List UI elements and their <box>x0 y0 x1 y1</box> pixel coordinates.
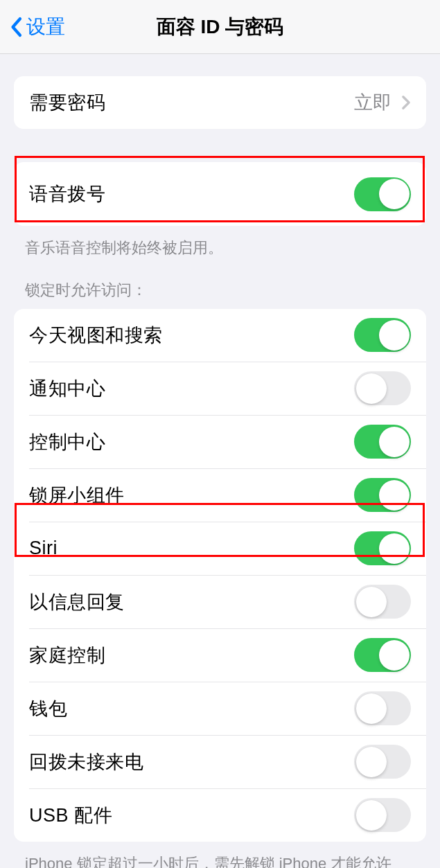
row-label: 锁屏小组件 <box>29 483 125 508</box>
row-label: 控制中心 <box>29 429 105 454</box>
toggle-voice-dial[interactable] <box>354 177 411 211</box>
row-label: 语音拨号 <box>29 181 105 206</box>
navigation-bar: 设置 面容 ID 与密码 <box>0 0 440 54</box>
row-home-control: 家庭控制 <box>14 629 426 682</box>
row-label: 通知中心 <box>29 376 105 401</box>
row-label: 需要密码 <box>29 90 105 115</box>
group-voice-dial: 语音拨号 <box>14 162 426 226</box>
row-label: Siri <box>29 538 58 559</box>
footer-usb: iPhone 锁定超过一小时后，需先解锁 iPhone 才能允许 USB 配件连… <box>25 853 415 868</box>
group-lock-access: 今天视图和搜索 通知中心 控制中心 锁屏小组件 Siri 以信息回复 <box>14 309 426 842</box>
row-siri: Siri <box>14 522 426 575</box>
row-right: 立即 <box>354 90 411 115</box>
row-label: USB 配件 <box>29 803 112 828</box>
toggle-wallet[interactable] <box>354 691 411 725</box>
row-label: 以信息回复 <box>29 590 125 614</box>
toggle-lock-widgets[interactable] <box>354 478 411 512</box>
back-label: 设置 <box>26 14 65 40</box>
page-title: 面容 ID 与密码 <box>157 14 284 40</box>
row-label: 家庭控制 <box>29 643 105 668</box>
toggle-control-center[interactable] <box>354 425 411 459</box>
back-button[interactable]: 设置 <box>8 14 65 40</box>
toggle-return-missed[interactable] <box>354 745 411 779</box>
row-value: 立即 <box>354 90 391 115</box>
row-label: 今天视图和搜索 <box>29 323 163 348</box>
chevron-right-icon <box>401 95 411 110</box>
row-reply-message: 以信息回复 <box>14 576 426 628</box>
row-control-center: 控制中心 <box>14 416 426 468</box>
chevron-left-icon <box>8 15 24 39</box>
footer-voice-dial: 音乐语音控制将始终被启用。 <box>25 237 415 259</box>
toggle-today-view[interactable] <box>354 318 411 352</box>
row-label: 回拨未接来电 <box>29 750 143 774</box>
row-return-missed: 回拨未接来电 <box>14 736 426 788</box>
toggle-siri[interactable] <box>354 531 411 565</box>
row-usb-accessories: USB 配件 <box>14 789 426 842</box>
toggle-home-control[interactable] <box>354 638 411 672</box>
header-lock-access: 锁定时允许访问： <box>25 280 440 301</box>
toggle-usb-accessories[interactable] <box>354 798 411 832</box>
row-today-view: 今天视图和搜索 <box>14 309 426 362</box>
row-require-passcode[interactable]: 需要密码 立即 <box>14 76 426 129</box>
row-label: 钱包 <box>29 696 67 721</box>
group-require-passcode: 需要密码 立即 <box>14 76 426 129</box>
row-voice-dial: 语音拨号 <box>14 162 426 226</box>
toggle-notification-center[interactable] <box>354 371 411 405</box>
row-notification-center: 通知中心 <box>14 362 426 415</box>
row-lock-widgets: 锁屏小组件 <box>14 469 426 522</box>
row-wallet: 钱包 <box>14 682 426 735</box>
toggle-reply-message[interactable] <box>354 585 411 619</box>
